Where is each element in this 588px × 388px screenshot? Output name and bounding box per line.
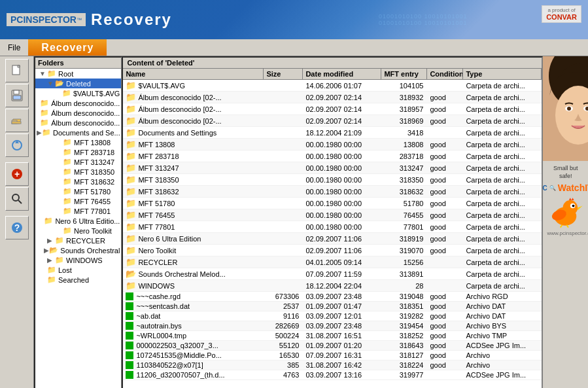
menu-recovery[interactable]: Recovery <box>28 39 107 56</box>
file-row[interactable]: 1103840522@x07[1] 385 31.08.2007 16:42 3… <box>123 361 542 370</box>
tree-item-mft313247[interactable]: 📁 MFT 313247 <box>35 157 121 167</box>
col-header-type[interactable]: Type <box>463 69 542 79</box>
file-row[interactable]: 📁Nero Toolkit 02.09.2007 11:06 319070 go… <box>123 245 542 256</box>
col-header-date[interactable]: Date modified <box>303 69 381 79</box>
col-header-mft[interactable]: MFT entry <box>381 69 427 79</box>
tree-item-lost[interactable]: 📁 Lost <box>35 265 121 275</box>
cell-date: 00.00.1980 00:00 <box>303 222 381 232</box>
cell-date: 03.09.2007 13:16 <box>303 370 381 379</box>
cell-condition: good <box>427 140 463 149</box>
svg-text:?: ? <box>14 222 20 233</box>
cell-date: 01.09.2007 01:20 <box>303 341 381 350</box>
cell-size <box>264 85 303 86</box>
tree-item-docs[interactable]: ▶ 📁 Documents and Se... <box>35 128 121 137</box>
file-row[interactable]: 1072451535@Middle.Po... 16530 07.09.2007… <box>123 351 542 361</box>
tree-item-mft318350[interactable]: 📁 MFT 318350 <box>35 167 121 177</box>
logo-pc: PC <box>10 14 23 25</box>
cell-type: Carpeta de archi... <box>463 187 542 196</box>
file-row[interactable]: 11206_d320070507_(th.d... 4763 03.09.200… <box>123 370 542 380</box>
cell-type: Carpeta de archi... <box>463 93 542 102</box>
file-row[interactable]: ~ab.dat 9116 03.09.2007 12:01 319282 goo… <box>123 311 542 321</box>
right-sidebar: Small but safe! PC 🔍 WatchIT <box>543 56 588 388</box>
tree-item-searched[interactable]: 📁 Searched <box>35 275 121 285</box>
toolbar-btn-new[interactable] <box>5 59 29 82</box>
tree-item-mft13808[interactable]: 📁 MFT 13808 <box>35 137 121 147</box>
tree-scroll[interactable]: ▼ 📁 Root ▼ 📂 Deleted 📁 $VAULT$.AVG <box>35 69 121 388</box>
folder-open-icon: 📂 <box>126 269 136 279</box>
tree-item-mft283718[interactable]: 📁 MFT 283718 <box>35 147 121 157</box>
file-row[interactable]: 📁Álbum desconocido [02-... 02.09.2007 02… <box>123 115 542 127</box>
menu-file[interactable]: File <box>0 39 28 56</box>
file-row[interactable]: 📁MFT 318632 00.00.1980 00:00 318632 good… <box>123 186 542 198</box>
tree-item-root[interactable]: ▼ 📁 Root <box>35 69 121 79</box>
file-row[interactable]: ~~~sentcash.dat 2537 01.09.2007 01:47 31… <box>123 302 542 311</box>
folder-icon-mft318632: 📁 <box>63 177 72 186</box>
file-row[interactable]: 📁Nero 6 Ultra Edition 02.09.2007 11:06 3… <box>123 233 542 245</box>
svg-point-12 <box>12 194 19 201</box>
tree-item-album2[interactable]: 📁 Álbum desconocido... <box>35 108 121 118</box>
toolbar-btn-search[interactable] <box>5 187 29 211</box>
file-row[interactable]: 📁$VAULT$.AVG 14.06.2006 01:07 104105 Car… <box>123 80 542 92</box>
logo-tm: ™ <box>77 17 82 23</box>
cell-type: Carpeta de archi... <box>463 222 542 232</box>
tree-item-album3[interactable]: 📁 Álbum desconocido... <box>35 118 121 128</box>
folder-icon: 📁 <box>126 104 136 114</box>
tree-item-deleted[interactable]: ▼ 📂 Deleted <box>35 79 121 88</box>
file-row[interactable]: 0000022503_q32007_3... 55120 01.09.2007 … <box>123 341 542 351</box>
file-row[interactable]: 📁Documents and Settings 18.12.2004 21:09… <box>123 127 542 139</box>
file-row[interactable]: 📁RECYCLER 04.01.2005 09:14 15256 Carpeta… <box>123 256 542 268</box>
col-header-name[interactable]: Name <box>123 69 264 79</box>
col-header-condition[interactable]: Condition <box>427 69 463 79</box>
tree-item-nero-toolkit[interactable]: 📁 Nero Toolkit <box>35 226 121 236</box>
file-row[interactable]: 📁WINDOWS 18.12.2004 22:04 28 Carpeta de … <box>123 280 542 292</box>
tree-item-sounds[interactable]: ▶ 📂 Sounds Orchestral <box>35 245 121 255</box>
file-row[interactable]: ~~~cashe.rgd 673306 03.09.2007 23:48 319… <box>123 292 542 302</box>
toolbar-btn-save[interactable] <box>5 84 29 107</box>
tree-item-nero6[interactable]: 📁 Nero 6 Ultra Editio... <box>35 216 121 226</box>
tree-item-mft76455[interactable]: 📁 MFT 76455 <box>35 196 121 206</box>
cell-type: Carpeta de archi... <box>463 152 542 161</box>
product-of-text: a product of <box>546 7 577 13</box>
watchit-name: WatchIT <box>558 183 588 193</box>
tree-item-album1[interactable]: 📁 Álbum desconocido... <box>35 98 121 108</box>
folder-icon-lost: 📁 <box>47 266 56 274</box>
tree-item-mft51780[interactable]: 📁 MFT 51780 <box>35 186 121 196</box>
watchit-pc-text: PC <box>543 185 547 192</box>
svg-marker-31 <box>569 198 574 201</box>
tree-item-recycler[interactable]: ▶ 📁 RECYCLER <box>35 236 121 245</box>
file-row[interactable]: 📁MFT 76455 00.00.1980 00:00 76455 good C… <box>123 209 542 221</box>
file-row[interactable]: 📁Álbum desconocido [02-... 02.09.2007 02… <box>123 92 542 103</box>
file-green-icon <box>126 371 133 379</box>
file-row[interactable]: 📁MFT 77801 00.00.1980 00:00 77801 good C… <box>123 221 542 233</box>
file-row[interactable]: ~autotrain.bys 282669 03.09.2007 23:48 3… <box>123 321 542 331</box>
file-row[interactable]: ~WRL0004.tmp 500224 31.08.2007 16:51 318… <box>123 331 542 341</box>
file-row[interactable]: 📁Álbum desconocido [02-... 02.09.2007 02… <box>123 103 542 115</box>
file-row[interactable]: 📁MFT 318350 00.00.1980 00:00 318350 good… <box>123 174 542 186</box>
tree-item-windows[interactable]: ▶ 📁 WINDOWS <box>35 255 121 265</box>
folder-icon: 📁 <box>126 210 136 220</box>
svg-marker-27 <box>578 206 583 211</box>
file-row[interactable]: 📂Sounds Orchestral Melod... 07.09.2007 1… <box>123 268 542 280</box>
col-header-size[interactable]: Size <box>264 69 303 79</box>
cell-date: 00.00.1980 00:00 <box>303 164 381 173</box>
toolbar-btn-help[interactable]: ? <box>5 216 29 239</box>
toolbar-btn-refresh[interactable] <box>5 133 29 157</box>
file-row[interactable]: 📁MFT 283718 00.00.1980 00:00 283718 good… <box>123 150 542 162</box>
file-green-icon <box>126 342 133 349</box>
file-row[interactable]: 📁MFT 13808 00.00.1980 00:00 13808 good C… <box>123 139 542 150</box>
cell-date: 03.09.2007 23:48 <box>303 321 381 330</box>
cell-condition: good <box>427 292 463 301</box>
toolbar-btn-open[interactable] <box>5 109 29 132</box>
file-row[interactable]: 📁MFT 313247 00.00.1980 00:00 313247 good… <box>123 162 542 174</box>
cell-name: 📁MFT 76455 <box>123 209 264 220</box>
cell-name: 11206_d320070507_(th.d... <box>123 370 264 379</box>
cell-name: ~~~cashe.rgd <box>123 292 264 301</box>
cell-type: Carpeta de archi... <box>463 164 542 173</box>
cell-condition: good <box>427 321 463 330</box>
tree-item-vault[interactable]: 📁 $VAULT$.AVG <box>35 88 121 98</box>
file-list[interactable]: Name Size Date modified MFT entry Condit… <box>123 69 542 388</box>
toolbar-btn-add[interactable]: + <box>5 162 29 186</box>
tree-item-mft318632[interactable]: 📁 MFT 318632 <box>35 177 121 186</box>
file-row[interactable]: 📁MFT 51780 00.00.1980 00:00 51780 good C… <box>123 198 542 209</box>
tree-item-mft77801[interactable]: 📁 MFT 77801 <box>35 206 121 216</box>
